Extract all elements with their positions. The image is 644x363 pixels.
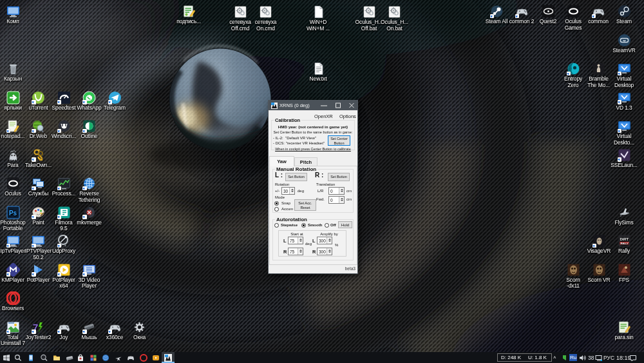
svg-text:RALLY: RALLY <box>620 242 629 245</box>
svg-text:DiRT: DiRT <box>620 237 629 241</box>
